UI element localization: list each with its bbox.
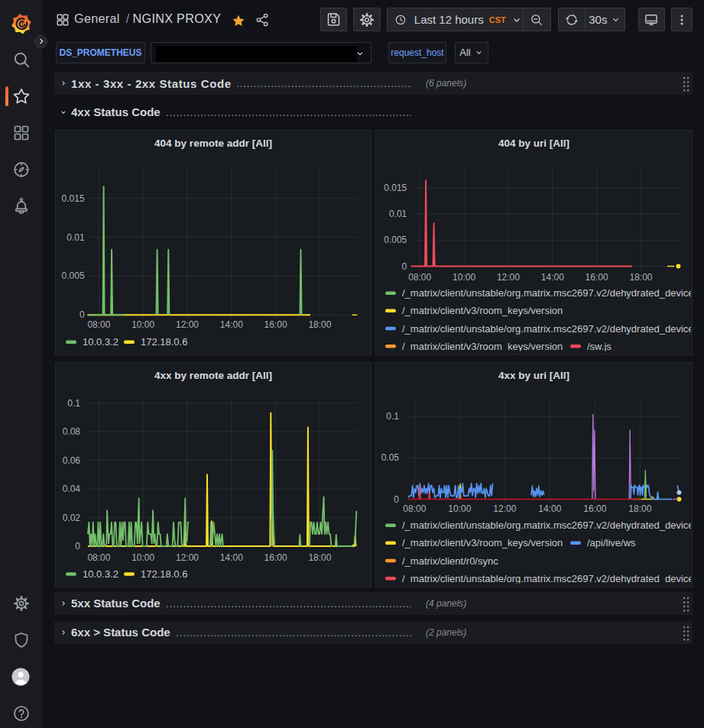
svg-text:0.02: 0.02 xyxy=(63,513,81,523)
svg-text:0.015: 0.015 xyxy=(62,193,85,204)
svg-text:10.0.3.2: 10.0.3.2 xyxy=(83,336,118,348)
svg-text:0: 0 xyxy=(402,261,407,272)
svg-text:08:00: 08:00 xyxy=(408,272,431,283)
svg-text:172.18.0.6: 172.18.0.6 xyxy=(141,336,187,348)
svg-text:0.06: 0.06 xyxy=(63,455,81,466)
svg-text:12:00: 12:00 xyxy=(497,272,520,283)
svg-text:10.0.3.2: 10.0.3.2 xyxy=(83,568,118,580)
svg-text:14:00: 14:00 xyxy=(541,272,564,283)
svg-text:4xx by remote addr [All]: 4xx by remote addr [All] xyxy=(154,370,272,381)
svg-text:/_matrix/client/r0/sync: /_matrix/client/r0/sync xyxy=(402,555,498,567)
svg-text:18:00: 18:00 xyxy=(628,503,651,514)
svg-text:0.1: 0.1 xyxy=(67,398,80,409)
svg-text:12:00: 12:00 xyxy=(493,503,516,514)
svg-text:18:00: 18:00 xyxy=(308,552,331,563)
svg-text:/_matrix/client/unstable/org.m: /_matrix/client/unstable/org.matrix.msc2… xyxy=(402,573,693,584)
svg-text:16:00: 16:00 xyxy=(264,319,287,330)
svg-text:/api/live/ws: /api/live/ws xyxy=(587,537,636,548)
svg-text:172.18.0.6: 172.18.0.6 xyxy=(141,568,187,580)
svg-text:404 by remote addr [All]: 404 by remote addr [All] xyxy=(154,138,272,149)
svg-text:/_matrix/client/unstable/org.m: /_matrix/client/unstable/org.matrix.msc2… xyxy=(402,323,693,335)
svg-text:0.01: 0.01 xyxy=(389,209,407,219)
svg-text:10:00: 10:00 xyxy=(448,503,471,514)
svg-text:14:00: 14:00 xyxy=(220,552,243,563)
svg-text:16:00: 16:00 xyxy=(583,503,606,514)
svg-text:0.1: 0.1 xyxy=(386,411,399,422)
svg-text:0.005: 0.005 xyxy=(384,235,407,245)
svg-text:0: 0 xyxy=(75,541,80,552)
svg-text:14:00: 14:00 xyxy=(220,319,243,330)
svg-text:10:00: 10:00 xyxy=(131,319,154,330)
svg-text:12:00: 12:00 xyxy=(176,319,199,330)
svg-text:18:00: 18:00 xyxy=(308,319,331,330)
svg-text:10:00: 10:00 xyxy=(453,272,475,283)
svg-text:0.01: 0.01 xyxy=(67,232,85,243)
svg-text:0: 0 xyxy=(394,494,399,505)
svg-text:404 by uri [All]: 404 by uri [All] xyxy=(498,138,569,149)
svg-text:0: 0 xyxy=(79,309,85,320)
svg-text:/sw.js: /sw.js xyxy=(587,341,612,352)
svg-text:/_matrix/client/unstable/org.m: /_matrix/client/unstable/org.matrix.msc2… xyxy=(402,287,693,299)
svg-text:4xx by uri [All]: 4xx by uri [All] xyxy=(498,370,569,381)
svg-text:0.015: 0.015 xyxy=(384,183,407,193)
svg-text:16:00: 16:00 xyxy=(586,272,608,283)
svg-text:0.05: 0.05 xyxy=(381,452,400,463)
svg-text:10:00: 10:00 xyxy=(131,552,154,563)
svg-text:/_matrix/client/v3/room_keys/v: /_matrix/client/v3/room_keys/version xyxy=(402,341,563,352)
svg-text:08:00: 08:00 xyxy=(403,503,426,514)
svg-text:/_matrix/client/v3/room_keys/v: /_matrix/client/v3/room_keys/version xyxy=(402,305,563,316)
svg-text:14:00: 14:00 xyxy=(538,503,561,514)
svg-text:0.005: 0.005 xyxy=(62,270,85,281)
svg-text:12:00: 12:00 xyxy=(176,552,199,563)
svg-text:18:00: 18:00 xyxy=(629,272,652,283)
svg-text:08:00: 08:00 xyxy=(87,319,110,330)
svg-text:08:00: 08:00 xyxy=(87,552,110,563)
svg-text:0.04: 0.04 xyxy=(63,484,81,494)
svg-text:/_matrix/client/v3/room_keys/v: /_matrix/client/v3/room_keys/version xyxy=(402,537,563,548)
svg-text:/_matrix/client/unstable/org.m: /_matrix/client/unstable/org.matrix.msc2… xyxy=(402,519,693,531)
svg-text:0.08: 0.08 xyxy=(63,426,81,437)
svg-text:16:00: 16:00 xyxy=(264,552,287,563)
